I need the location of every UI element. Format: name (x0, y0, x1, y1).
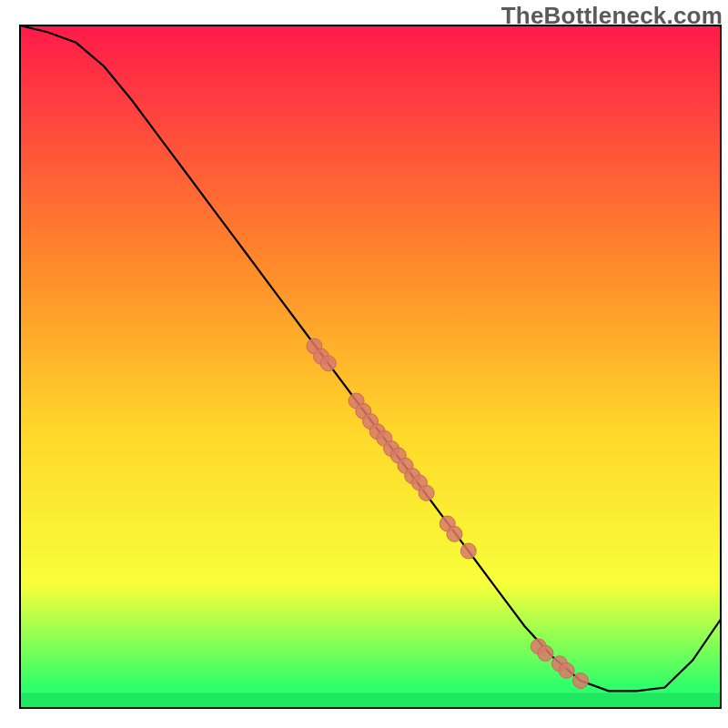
data-marker (447, 526, 462, 541)
data-marker (573, 673, 589, 689)
chart-container: TheBottleneck.com (0, 0, 728, 728)
chart-plot (0, 0, 728, 728)
data-marker (460, 543, 476, 559)
plot-bottom-band (20, 693, 721, 709)
plot-background (20, 25, 721, 708)
data-marker (320, 356, 336, 371)
data-marker (538, 646, 553, 662)
plot-area (20, 25, 721, 708)
watermark-label: TheBottleneck.com (501, 2, 723, 30)
data-marker (419, 485, 434, 500)
data-marker (559, 662, 574, 678)
